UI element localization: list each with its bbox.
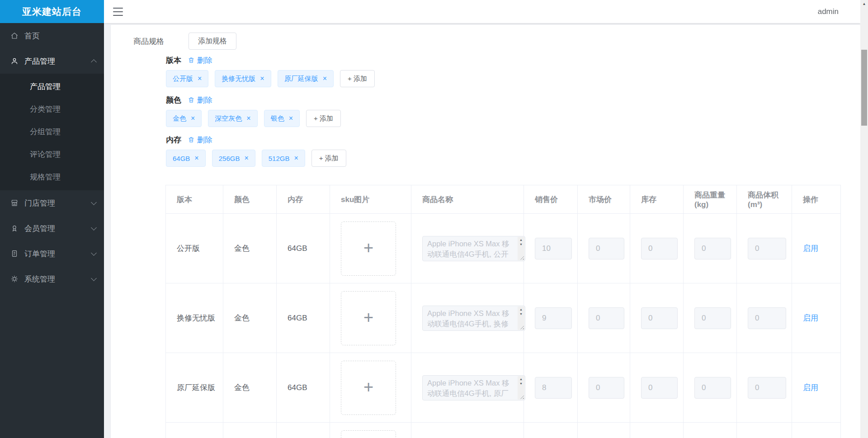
- sidebar-item-order-management[interactable]: 订单管理: [0, 241, 104, 266]
- tag-label: 深空灰色: [215, 114, 242, 123]
- scroll-down-icon: ▼: [519, 312, 523, 316]
- add-spec-value-button[interactable]: + 添加: [311, 150, 346, 167]
- volume-input[interactable]: [748, 307, 786, 329]
- enable-link[interactable]: 启用: [803, 314, 818, 322]
- scroll-up-icon: ▲: [519, 238, 523, 242]
- market-price-input[interactable]: [589, 377, 624, 399]
- table-row: 换修无忧版 金色 64GB + Apple iPhone XS Max 移动联通…: [166, 283, 841, 353]
- col-header-stock: 库存: [630, 185, 684, 214]
- tag-label: 256GB: [219, 155, 240, 162]
- tag-label: 银色: [271, 114, 284, 123]
- stock-input[interactable]: [641, 377, 678, 399]
- trash-icon: [188, 96, 195, 104]
- submenu-item-group-management[interactable]: 分组管理: [0, 121, 104, 143]
- submenu-item-category-management[interactable]: 分类管理: [0, 98, 104, 121]
- weight-input[interactable]: [694, 307, 731, 329]
- cell-version: 原厂延保版: [166, 353, 223, 423]
- enable-link[interactable]: 启用: [803, 244, 818, 253]
- sidebar-item-store-management[interactable]: 门店管理: [0, 190, 104, 216]
- scroll-up-icon: ▲: [519, 377, 523, 381]
- sidebar-item-member-management[interactable]: 会员管理: [0, 216, 104, 241]
- tag-close-icon[interactable]: ×: [289, 115, 293, 122]
- chevron-down-icon: [91, 199, 97, 205]
- spec-value-tag[interactable]: 512GB×: [262, 150, 305, 167]
- tag-close-icon[interactable]: ×: [260, 75, 264, 82]
- delete-spec-link[interactable]: 删除: [188, 135, 212, 145]
- spec-value-tag[interactable]: 银色×: [264, 110, 300, 127]
- delete-spec-link[interactable]: 删除: [188, 55, 212, 66]
- tag-close-icon[interactable]: ×: [246, 115, 250, 122]
- spec-value-tag[interactable]: 公开版×: [166, 70, 208, 87]
- add-spec-value-button[interactable]: + 添加: [340, 70, 375, 87]
- user-menu[interactable]: admin: [818, 0, 839, 23]
- product-name-textarea[interactable]: Apple iPhone XS Max 移动联通电信4G手机, 原厂延保 ▲▼: [422, 375, 525, 400]
- market-price-input[interactable]: [589, 238, 624, 259]
- tag-close-icon[interactable]: ×: [191, 115, 195, 122]
- sidebar-item-system-management[interactable]: 系统管理: [0, 266, 104, 292]
- tag-close-icon[interactable]: ×: [244, 155, 248, 162]
- volume-input[interactable]: [748, 238, 786, 259]
- delete-spec-label: 删除: [197, 135, 212, 145]
- tag-close-icon[interactable]: ×: [294, 155, 298, 162]
- scrollbar-up-arrow-icon[interactable]: ▲: [860, 0, 868, 8]
- sku-image-upload[interactable]: +: [341, 221, 396, 276]
- add-spec-button[interactable]: 添加规格: [189, 33, 236, 50]
- sale-price-input[interactable]: [535, 377, 572, 399]
- sidebar-item-product-management[interactable]: 产品管理: [0, 48, 104, 74]
- spec-value-tag[interactable]: 256GB×: [212, 150, 255, 167]
- sidebar-item-label: 订单管理: [24, 249, 92, 259]
- scrollbar-thumb[interactable]: [861, 50, 867, 126]
- hamburger-menu-icon[interactable]: [112, 7, 124, 16]
- tag-close-icon[interactable]: ×: [323, 75, 327, 82]
- product-name-text: Apple iPhone XS Max 移动联通电信4G手机, 原厂延保: [427, 378, 516, 400]
- spec-header: 商品规格 添加规格: [111, 32, 860, 50]
- market-price-input[interactable]: [589, 307, 624, 329]
- submenu-item-spec-management[interactable]: 规格管理: [0, 166, 104, 188]
- weight-input[interactable]: [694, 238, 731, 259]
- sale-price-input[interactable]: [535, 307, 572, 329]
- spec-value-tag[interactable]: 换修无忧版×: [215, 70, 271, 87]
- submenu-item-product-management[interactable]: 产品管理: [0, 75, 104, 98]
- scroll-up-icon: ▲: [519, 307, 523, 312]
- spec-value-tag[interactable]: 深空灰色×: [208, 110, 257, 127]
- table-header-row: 版本 颜色 内存 sku图片 商品名称 销售价 市场价 库存 商品重量(kg) …: [166, 185, 841, 214]
- sku-image-upload[interactable]: +: [341, 430, 396, 438]
- add-spec-value-button[interactable]: + 添加: [306, 110, 341, 127]
- sidebar-item-home[interactable]: 首页: [0, 23, 104, 48]
- table-row: 公开版 金色 64GB + Apple iPhone XS Max 移动联通电信…: [166, 214, 841, 283]
- sku-image-upload[interactable]: +: [341, 361, 396, 415]
- content-card: 商品规格 添加规格 版本 删除 公开版× 换修无忧版× 原厂延保版× + 添加: [111, 25, 860, 438]
- enable-link[interactable]: 启用: [803, 383, 818, 392]
- sidebar-item-label: 门店管理: [24, 198, 92, 208]
- tag-close-icon[interactable]: ×: [198, 75, 202, 82]
- scroll-down-icon: ▼: [519, 381, 523, 386]
- table-row: 原厂延保版 金色 64GB + Apple iPhone XS Max 移动联通…: [166, 353, 841, 423]
- weight-input[interactable]: [694, 377, 731, 399]
- delete-spec-label: 删除: [197, 95, 212, 105]
- spec-group-memory: 内存 删除 64GB× 256GB× 512GB× + 添加: [166, 134, 860, 167]
- product-name-textarea[interactable]: Apple iPhone XS Max 移动联通电信4G手机, 换修无忧 ▲▼: [422, 306, 525, 331]
- tag-close-icon[interactable]: ×: [194, 155, 198, 162]
- member-icon: [10, 224, 19, 233]
- stock-input[interactable]: [641, 307, 678, 329]
- sku-image-upload[interactable]: +: [341, 291, 396, 345]
- spec-value-tag[interactable]: 原厂延保版×: [278, 70, 334, 87]
- spec-value-tag[interactable]: 64GB×: [166, 150, 206, 167]
- spec-group-color: 颜色 删除 金色× 深空灰色× 银色× + 添加: [166, 94, 860, 127]
- stock-input[interactable]: [641, 238, 678, 259]
- submenu-item-comment-management[interactable]: 评论管理: [0, 143, 104, 166]
- cell-memory: 64GB: [277, 214, 330, 283]
- sidebar-item-label: 首页: [24, 31, 96, 41]
- volume-input[interactable]: [748, 377, 786, 399]
- chevron-down-icon: [91, 275, 97, 281]
- spec-value-tag[interactable]: 金色×: [166, 110, 202, 127]
- page-scrollbar[interactable]: ▲: [860, 0, 868, 438]
- delete-spec-link[interactable]: 删除: [188, 95, 212, 105]
- col-header-memory: 内存: [277, 185, 330, 214]
- plus-icon: +: [363, 309, 373, 326]
- product-submenu: 产品管理 分类管理 分组管理 评论管理 规格管理: [0, 74, 104, 190]
- sale-price-input[interactable]: [535, 238, 572, 259]
- cell-color: 金色: [223, 214, 277, 283]
- product-name-textarea[interactable]: Apple iPhone XS Max 移动联通电信4G手机, 公开版 金 ▲▼: [422, 236, 525, 261]
- product-name-text: Apple iPhone XS Max 移动联通电信4G手机, 公开版 金: [427, 239, 516, 261]
